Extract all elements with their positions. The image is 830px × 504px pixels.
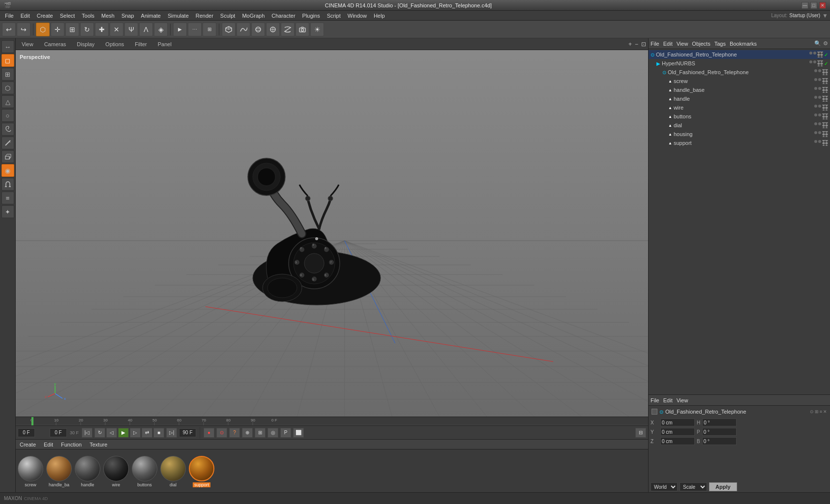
point-mode-button[interactable]: Ψ <box>124 23 138 36</box>
material-buttons[interactable]: buttons <box>132 456 157 487</box>
deformer-button[interactable] <box>281 23 295 36</box>
vp-tab-panel[interactable]: Panel <box>154 40 176 48</box>
menu-script[interactable]: Script <box>324 12 344 20</box>
obj-edit-tab[interactable]: Edit <box>663 41 673 47</box>
tool-extrude[interactable] <box>1 150 14 163</box>
render-settings-button[interactable]: ⊞ <box>203 23 216 36</box>
tool-magnet[interactable] <box>1 178 14 191</box>
attr-icon1[interactable]: ⊙ <box>810 409 814 414</box>
move-mode-button[interactable]: ✛ <box>51 23 64 36</box>
apply-button[interactable]: Apply <box>709 482 737 491</box>
menu-create[interactable]: Create <box>34 12 56 20</box>
tool-knife[interactable] <box>1 137 14 149</box>
attr-y-pos[interactable] <box>660 428 695 436</box>
attr-icon4[interactable]: ✕ <box>823 409 827 414</box>
start-frame-input[interactable] <box>50 428 67 437</box>
obj-row-wire[interactable]: ▲ wire <box>649 103 830 112</box>
obj-row-screw[interactable]: ▲ screw <box>649 77 830 85</box>
vp-minus-icon[interactable]: − <box>635 41 638 48</box>
obj-view-tab[interactable]: View <box>677 41 688 47</box>
attr-edit-tab[interactable]: Edit <box>663 397 673 403</box>
redo-button[interactable]: ↪ <box>17 23 30 36</box>
component-mode-button[interactable]: ✕ <box>110 23 123 36</box>
menu-edit[interactable]: Edit <box>18 12 33 20</box>
attr-z-b[interactable] <box>702 437 737 445</box>
motion-path-button[interactable]: P <box>280 428 291 438</box>
layout-value[interactable]: Startup (User) <box>789 13 820 18</box>
prev-frame-button[interactable]: ◁ <box>106 428 117 438</box>
mat-texture[interactable]: Texture <box>88 442 109 448</box>
end-frame-input[interactable] <box>179 428 196 437</box>
layout-dropdown-icon[interactable]: ▼ <box>822 12 828 19</box>
motion-clip-button[interactable]: ⬜ <box>293 428 304 438</box>
keyframe-circle-button[interactable]: ◎ <box>267 428 278 438</box>
play-button[interactable]: ▶ <box>118 428 129 438</box>
obj-file-tab[interactable]: File <box>651 41 659 47</box>
object-mode-button[interactable]: ✚ <box>95 23 109 36</box>
attr-y-p[interactable] <box>702 428 737 436</box>
attr-z-pos[interactable] <box>660 437 695 445</box>
material-handle-base[interactable]: handle_ba <box>46 456 72 487</box>
obj-row-support[interactable]: ▲ support <box>649 139 830 147</box>
menu-animate[interactable]: Animate <box>138 12 164 20</box>
tool-star[interactable]: ✦ <box>1 205 14 218</box>
menu-help[interactable]: Help <box>371 12 388 20</box>
tool-layers[interactable]: ≡ <box>1 192 14 204</box>
attr-icon2[interactable]: ⊞ <box>815 409 819 414</box>
mat-edit[interactable]: Edit <box>42 442 55 448</box>
menu-mesh[interactable]: Mesh <box>98 12 118 20</box>
obj-row-handle[interactable]: ▲ handle <box>649 94 830 103</box>
tool-scale[interactable]: ⊞ <box>1 68 14 81</box>
obj-row-handle-base[interactable]: ▲ handle_base <box>649 85 830 94</box>
loop-button[interactable]: ↻ <box>94 428 105 438</box>
material-handle[interactable]: handle <box>75 456 100 487</box>
material-wire[interactable]: wire <box>103 456 129 487</box>
obj-tags-tab[interactable]: Tags <box>714 41 726 47</box>
current-frame-input[interactable] <box>18 428 35 437</box>
scale-mode-button[interactable]: ⊞ <box>65 23 79 36</box>
material-support[interactable]: support <box>189 456 214 487</box>
rotate-mode-button[interactable]: ↻ <box>80 23 94 36</box>
menu-character[interactable]: Character <box>268 12 298 20</box>
record-stop-button[interactable]: ⊙ <box>216 428 227 438</box>
attr-view-tab[interactable]: View <box>677 397 688 403</box>
attr-x-h[interactable] <box>702 419 737 426</box>
set-start-frame[interactable]: |◁ <box>82 428 92 438</box>
tool-rotate[interactable]: ◻ <box>1 54 14 67</box>
vp-maximize-icon[interactable]: ⊡ <box>641 41 646 48</box>
vp-tab-filter[interactable]: Filter <box>131 40 150 48</box>
spline-button[interactable] <box>237 23 250 36</box>
vp-tab-cameras[interactable]: Cameras <box>40 40 70 48</box>
menu-tools[interactable]: Tools <box>79 12 97 20</box>
undo-button[interactable]: ↩ <box>2 23 16 36</box>
edge-mode-button[interactable]: Λ <box>139 23 153 36</box>
menu-sculpt[interactable]: Sculpt <box>217 12 238 20</box>
cube-button[interactable] <box>222 23 236 36</box>
obj-row-root[interactable]: ⊙ Old_Fashioned_Retro_Telephone ✓ <box>649 50 830 59</box>
menu-file[interactable]: File <box>2 12 17 20</box>
nurbs-button[interactable] <box>251 23 265 36</box>
tool-move[interactable]: ↔ <box>1 40 14 53</box>
set-end-frame[interactable]: ▷| <box>166 428 177 438</box>
generator-button[interactable] <box>266 23 280 36</box>
obj-row-housing[interactable]: ▲ housing <box>649 130 830 139</box>
vp-plus-icon[interactable]: + <box>628 41 632 48</box>
attr-icon3[interactable]: ≡ <box>820 409 822 414</box>
record-options-button[interactable]: ? <box>229 428 240 438</box>
tool-select-object[interactable]: ⬡ <box>1 82 14 94</box>
minimize-button[interactable]: — <box>801 2 808 9</box>
vp-tab-display[interactable]: Display <box>73 40 98 48</box>
tool-spiral[interactable] <box>1 123 14 136</box>
menu-snap[interactable]: Snap <box>119 12 137 20</box>
close-button[interactable]: ✕ <box>819 2 826 9</box>
obj-row-buttons[interactable]: ▲ buttons <box>649 112 830 121</box>
attr-file-tab[interactable]: File <box>651 397 659 403</box>
menu-simulate[interactable]: Simulate <box>165 12 192 20</box>
tool-circle[interactable]: ○ <box>1 109 14 122</box>
menu-mograph[interactable]: MoGraph <box>239 12 267 20</box>
menu-render[interactable]: Render <box>193 12 216 20</box>
mat-function[interactable]: Function <box>59 442 84 448</box>
tool-paint[interactable]: ◉ <box>1 164 14 177</box>
keyframe-button[interactable]: ⊕ <box>242 428 253 438</box>
stop-button[interactable]: ■ <box>153 428 164 438</box>
